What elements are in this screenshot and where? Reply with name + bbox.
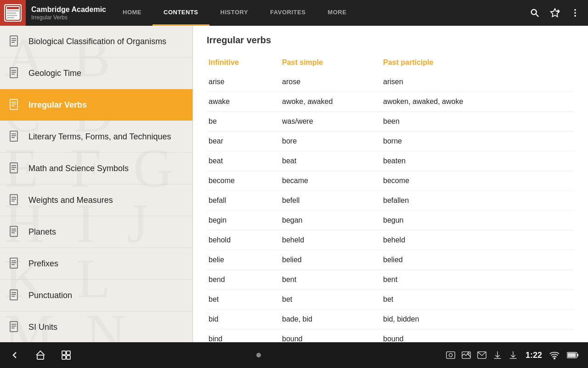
wifi-icon bbox=[549, 351, 560, 359]
document-icon-8 bbox=[7, 256, 22, 271]
svg-rect-62 bbox=[62, 356, 66, 359]
center-dot bbox=[256, 353, 261, 357]
svg-rect-43 bbox=[10, 258, 17, 268]
svg-rect-3 bbox=[7, 10, 19, 12]
sidebar-item-irregular-verbs[interactable]: Irregular Verbs bbox=[0, 89, 192, 121]
cell-infinitive: bend bbox=[207, 270, 280, 290]
cell-past-simple: began bbox=[280, 211, 381, 230]
tab-home[interactable]: HOME bbox=[112, 0, 153, 26]
cell-past-participle: awoken, awaked, awoke bbox=[381, 92, 574, 112]
sidebar-item-biological[interactable]: Biological Classification of Organisms bbox=[0, 26, 192, 58]
table-row: bear bore borne bbox=[207, 132, 574, 151]
favorite-add-button[interactable] bbox=[546, 4, 564, 22]
svg-rect-60 bbox=[62, 351, 66, 355]
table-row: bet bet bet bbox=[207, 290, 574, 310]
cell-infinitive: belie bbox=[207, 250, 280, 270]
svg-rect-51 bbox=[10, 322, 17, 332]
cell-past-simple: beheld bbox=[280, 230, 381, 250]
document-icon-3 bbox=[7, 98, 22, 112]
battery-icon bbox=[567, 351, 579, 359]
search-button[interactable] bbox=[526, 4, 544, 22]
app-logo bbox=[0, 0, 26, 26]
bottom-nav-left bbox=[9, 350, 72, 361]
sidebar-label-biological: Biological Classification of Organisms bbox=[28, 37, 166, 46]
sidebar-item-geologic[interactable]: Geologic Time bbox=[0, 58, 192, 89]
col-header-past-participle: Past participle bbox=[381, 55, 574, 72]
bottom-center bbox=[256, 353, 261, 357]
col-header-past-simple: Past simple bbox=[280, 55, 381, 72]
sidebar-item-literary[interactable]: Literary Terms, Forms, and Techniques bbox=[0, 121, 192, 153]
svg-point-71 bbox=[554, 358, 555, 359]
sidebar-label-si-units: SI Units bbox=[28, 322, 57, 332]
document-icon-9 bbox=[7, 288, 22, 303]
svg-rect-61 bbox=[67, 351, 70, 355]
document-icon-5 bbox=[7, 161, 22, 176]
sidebar-item-si-units[interactable]: SI Units bbox=[0, 311, 192, 342]
document-icon bbox=[7, 34, 22, 49]
svg-point-7 bbox=[531, 10, 537, 15]
more-options-button[interactable] bbox=[566, 4, 584, 22]
table-row: bid bade, bid bid, bidden bbox=[207, 310, 574, 329]
cell-infinitive: bet bbox=[207, 290, 280, 310]
download2-icon bbox=[508, 350, 518, 360]
table-row: behold beheld beheld bbox=[207, 230, 574, 250]
cell-infinitive: awake bbox=[207, 92, 280, 112]
svg-rect-73 bbox=[577, 354, 578, 356]
svg-marker-9 bbox=[551, 9, 559, 17]
cell-past-participle: arisen bbox=[381, 72, 574, 92]
cell-infinitive: arise bbox=[207, 72, 280, 92]
page-title: Irregular verbs bbox=[207, 35, 574, 46]
main-panel: Irregular verbs Infinitive Past simple P… bbox=[193, 26, 588, 342]
cell-past-participle: beaten bbox=[381, 151, 574, 171]
home-button[interactable] bbox=[35, 350, 46, 361]
svg-point-13 bbox=[574, 12, 576, 14]
svg-rect-27 bbox=[10, 131, 17, 141]
cell-infinitive: be bbox=[207, 112, 280, 132]
app-title-block: Cambridge Academic Irregular Verbs bbox=[26, 5, 112, 20]
sidebar-item-prefixes[interactable]: Prefixes bbox=[0, 248, 192, 280]
table-row: befall befell befallen bbox=[207, 191, 574, 211]
table-row: become became become bbox=[207, 171, 574, 191]
sidebar: A B C D E F G H I J K L M N O P Q R S T … bbox=[0, 26, 193, 342]
tab-more[interactable]: MORE bbox=[317, 0, 357, 26]
sidebar-item-weights[interactable]: Weights and Measures bbox=[0, 184, 192, 216]
tab-history[interactable]: HISTORY bbox=[209, 0, 260, 26]
download-icon bbox=[492, 350, 503, 360]
svg-rect-4 bbox=[7, 12, 16, 14]
table-row: belie belied belied bbox=[207, 250, 574, 270]
svg-rect-35 bbox=[10, 195, 17, 205]
sidebar-item-punctuation[interactable]: Punctuation bbox=[0, 280, 192, 311]
cell-infinitive: behold bbox=[207, 230, 280, 250]
sidebar-item-math[interactable]: Math and Science Symbols bbox=[0, 153, 192, 184]
bottom-bar: 1:22 bbox=[0, 342, 588, 368]
clock-display: 1:22 bbox=[526, 351, 542, 360]
vertical-dots-icon bbox=[570, 8, 580, 18]
table-row: be was/were been bbox=[207, 112, 574, 132]
svg-point-67 bbox=[468, 353, 469, 355]
svg-rect-6 bbox=[7, 17, 14, 18]
tab-favorites[interactable]: FAVORITES bbox=[259, 0, 317, 26]
cell-infinitive: begin bbox=[207, 211, 280, 230]
cell-past-participle: befallen bbox=[381, 191, 574, 211]
sidebar-label-weights: Weights and Measures bbox=[28, 196, 113, 205]
bottom-right: 1:22 bbox=[446, 350, 579, 360]
sidebar-item-planets[interactable]: Planets bbox=[0, 216, 192, 248]
document-icon-2 bbox=[7, 66, 22, 80]
sidebar-label-punctuation: Punctuation bbox=[28, 291, 72, 300]
cell-past-participle: bent bbox=[381, 270, 574, 290]
cell-past-simple: became bbox=[280, 171, 381, 191]
verbs-table: Infinitive Past simple Past participle a… bbox=[207, 55, 574, 342]
table-row: bind bound bound bbox=[207, 329, 574, 343]
cell-infinitive: bind bbox=[207, 329, 280, 343]
cell-past-simple: befell bbox=[280, 191, 381, 211]
cell-past-simple: bent bbox=[280, 270, 381, 290]
back-button[interactable] bbox=[9, 350, 20, 361]
table-row: arise arose arisen bbox=[207, 72, 574, 92]
svg-rect-47 bbox=[10, 290, 17, 300]
main-content: A B C D E F G H I J K L M N O P Q R S T … bbox=[0, 26, 588, 342]
svg-rect-64 bbox=[447, 352, 455, 359]
svg-rect-19 bbox=[10, 68, 17, 78]
recents-button[interactable] bbox=[61, 350, 72, 361]
svg-point-65 bbox=[449, 353, 452, 356]
tab-contents[interactable]: CONTENTS bbox=[153, 0, 209, 26]
